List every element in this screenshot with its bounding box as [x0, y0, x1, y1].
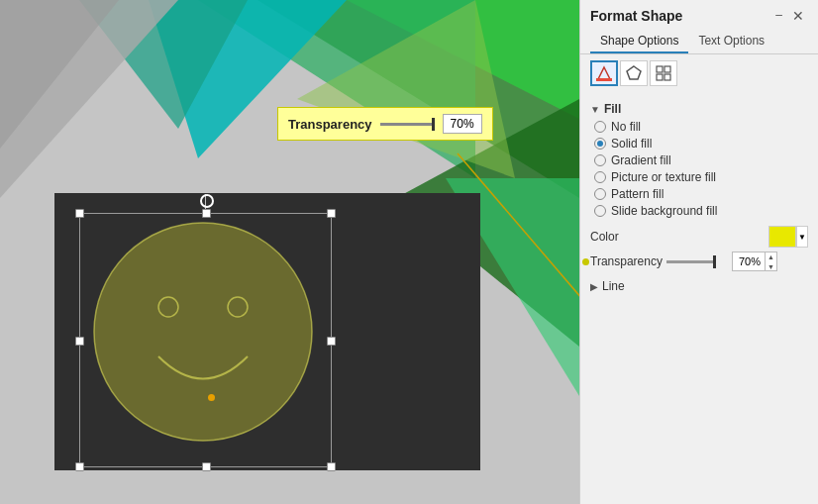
slide-bg-fill-label: Slide background fill — [611, 204, 717, 218]
transparency-slider-track[interactable] — [666, 260, 716, 263]
svg-rect-20 — [665, 66, 670, 72]
line-section-header[interactable]: ▶ Line — [590, 279, 808, 293]
color-picker-group: ▼ — [768, 226, 808, 248]
solid-fill-option[interactable]: Solid fill — [594, 137, 808, 151]
panel-icon-row — [580, 54, 818, 92]
fill-section-label: Fill — [604, 102, 621, 116]
color-dropdown-button[interactable]: ▼ — [796, 226, 808, 248]
handle-mr[interactable] — [327, 337, 336, 346]
fill-options-group: No fill Solid fill Gradient fill Picture… — [590, 120, 808, 218]
handle-br[interactable] — [327, 462, 336, 471]
handle-ml[interactable] — [75, 337, 84, 346]
picture-fill-label: Picture or texture fill — [611, 170, 716, 184]
callout-anchor-dot — [208, 394, 215, 401]
fill-collapse-icon: ▼ — [590, 104, 600, 115]
rotate-handle[interactable] — [200, 194, 214, 208]
transparency-spinners: ▲ ▼ — [765, 252, 776, 271]
size-icon-button[interactable] — [650, 60, 677, 86]
solid-fill-radio[interactable] — [594, 138, 606, 150]
transparency-label: Transparency — [590, 254, 663, 268]
pattern-fill-radio[interactable] — [594, 188, 606, 200]
color-label: Color — [590, 230, 619, 244]
panel-header: Format Shape – ✕ — [580, 0, 818, 30]
handle-bm[interactable] — [202, 462, 211, 471]
panel-tabs: Shape Options Text Options — [580, 30, 818, 54]
smiley-shape[interactable] — [89, 218, 317, 446]
transparency-value[interactable]: 70% — [733, 255, 765, 267]
tooltip-thumb — [432, 118, 435, 131]
picture-fill-radio[interactable] — [594, 171, 606, 183]
fill-icon-button[interactable] — [590, 60, 618, 86]
tab-text-options[interactable]: Text Options — [688, 30, 774, 53]
panel-body: ▼ Fill No fill Solid fill Gradient fill … — [580, 92, 818, 504]
svg-marker-16 — [598, 67, 610, 79]
format-shape-panel: Format Shape – ✕ Shape Options Text Opti… — [579, 0, 818, 504]
no-fill-radio[interactable] — [594, 121, 606, 133]
picture-fill-option[interactable]: Picture or texture fill — [594, 170, 808, 184]
gradient-fill-label: Gradient fill — [611, 153, 671, 167]
pattern-fill-label: Pattern fill — [611, 187, 664, 201]
fill-section-header[interactable]: ▼ Fill — [590, 102, 808, 116]
transparency-slider-thumb — [713, 255, 716, 268]
transparency-spin-down[interactable]: ▼ — [766, 261, 776, 271]
pattern-fill-option[interactable]: Pattern fill — [594, 187, 808, 201]
gradient-fill-option[interactable]: Gradient fill — [594, 153, 808, 167]
transparency-section: Transparency 70% ▲ ▼ — [590, 252, 808, 271]
tooltip-label: Transparency — [288, 117, 372, 132]
line-section-label: Line — [602, 279, 625, 293]
color-row: Color ▼ — [590, 226, 808, 248]
svg-rect-21 — [657, 74, 663, 80]
effects-icon-button[interactable] — [620, 60, 648, 86]
svg-rect-19 — [657, 66, 663, 72]
svg-marker-18 — [627, 66, 641, 79]
panel-pin-button[interactable]: – — [771, 6, 786, 26]
svg-rect-17 — [596, 78, 612, 81]
svg-rect-22 — [665, 74, 670, 80]
handle-tr[interactable] — [327, 209, 336, 218]
slide-bg-fill-radio[interactable] — [594, 205, 606, 217]
slide-bg-fill-option[interactable]: Slide background fill — [594, 204, 808, 218]
pentagon-icon — [626, 65, 642, 81]
transparency-tooltip: Transparency 70% — [277, 107, 493, 141]
transparency-row: Transparency 70% ▲ ▼ — [590, 252, 808, 271]
no-fill-option[interactable]: No fill — [594, 120, 808, 134]
handle-tl[interactable] — [75, 209, 84, 218]
tooltip-slider[interactable] — [380, 123, 435, 126]
gradient-fill-radio[interactable] — [594, 154, 606, 166]
panel-close-button[interactable]: ✕ — [788, 6, 808, 26]
color-swatch-button[interactable] — [768, 226, 796, 248]
tab-shape-options[interactable]: Shape Options — [590, 30, 688, 53]
panel-callout-dot — [582, 258, 589, 265]
slide-canvas: Transparency 70% — [0, 0, 579, 504]
svg-point-11 — [94, 223, 312, 441]
solid-fill-label: Solid fill — [611, 137, 652, 151]
handle-bl[interactable] — [75, 462, 84, 471]
line-collapse-icon: ▶ — [590, 281, 598, 292]
handle-tm[interactable] — [202, 209, 211, 218]
transparency-spin-up[interactable]: ▲ — [766, 252, 776, 261]
transparency-value-box: 70% ▲ ▼ — [732, 252, 777, 271]
size-grid-icon — [656, 65, 671, 81]
no-fill-label: No fill — [611, 120, 641, 134]
fill-bucket-icon — [596, 65, 612, 81]
tooltip-value[interactable]: 70% — [443, 114, 482, 134]
tooltip-track — [380, 123, 435, 126]
panel-title: Format Shape — [590, 8, 682, 24]
